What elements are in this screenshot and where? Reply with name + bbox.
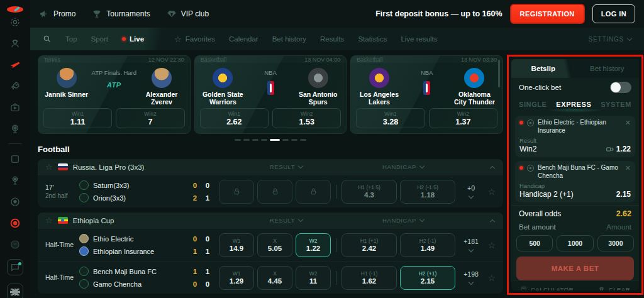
odds-cell-w2-selected[interactable]: W2 1.22 (296, 233, 331, 257)
odds-cell-h1[interactable]: H1 (+1.5) 4.3 (341, 180, 397, 204)
language-selector[interactable] (7, 284, 23, 298)
football-icon[interactable] (9, 195, 22, 208)
make-a-bet-button[interactable]: MAKE A BET (516, 257, 634, 280)
carousel-dot[interactable] (261, 139, 267, 141)
quick-amount-500[interactable]: 500 (516, 235, 553, 251)
bet-type-express[interactable]: EXPRESS (556, 101, 591, 108)
tab-live-results[interactable]: Live results (401, 35, 437, 43)
odds-button-win2[interactable]: Win2 7 (116, 108, 184, 128)
odds-button-win1[interactable]: Win1 1.11 (43, 108, 112, 128)
menu-promo[interactable]: Promo (39, 9, 75, 19)
remove-bet-button[interactable]: ✕ (625, 119, 631, 127)
registration-button[interactable]: REGISTRATION (510, 4, 585, 24)
match-card-basketball-1[interactable]: Basketball 13 NOV 04:00 Golden State War… (194, 55, 347, 134)
tab-bet-history[interactable]: Bet history (272, 35, 306, 43)
calculator-button[interactable]: CALCULATOR (520, 286, 574, 290)
live-dealer-icon[interactable] (9, 36, 22, 50)
clear-button[interactable]: CLEAR (598, 286, 630, 290)
match-favorite-star[interactable]: ☆ (482, 273, 496, 283)
tv-games-icon[interactable] (9, 101, 22, 114)
market-select-handicap[interactable]: HANDICAP (362, 217, 444, 224)
league-favorite-star[interactable]: ☆ (45, 216, 53, 225)
odds-cell-h1[interactable]: H1 (-1) 1.62 (341, 266, 397, 290)
match-favorite-star[interactable]: ☆ (482, 187, 496, 197)
match-favorite-star[interactable]: ☆ (482, 240, 496, 250)
odds-cell-w1[interactable]: W1 1.29 (219, 266, 254, 290)
away-team-name: Alexander Zverev (138, 91, 184, 106)
chevron-down-icon (419, 163, 425, 168)
more-markets-button[interactable]: +181 (460, 238, 482, 253)
one-click-bet-toggle[interactable] (610, 82, 631, 93)
scrollbar-thumb[interactable] (498, 60, 500, 87)
team-badge (79, 193, 89, 202)
more-markets-button[interactable]: +0 (460, 184, 482, 199)
support-chat-icon[interactable] (7, 259, 23, 275)
carousel-dot[interactable] (235, 139, 241, 141)
league-collapse-button[interactable] (491, 215, 494, 226)
odds-cell-x[interactable]: X 4.45 (257, 266, 292, 290)
tab-favorites[interactable]: ☆ Favorites (174, 35, 215, 44)
carousel-dot[interactable] (282, 139, 289, 141)
match-row[interactable]: 17' 2nd half Saturn(3x3) Orion(3x3) 00 2… (38, 175, 503, 207)
tab-statistics[interactable]: Statistics (358, 35, 387, 43)
team-badge (79, 180, 89, 190)
odds-button-win2[interactable]: Win2 1.37 (429, 108, 497, 128)
tab-sport[interactable]: Sport (91, 35, 109, 43)
odds-cell-x[interactable]: X 5.05 (257, 233, 292, 257)
tab-live[interactable]: Live (122, 35, 144, 43)
league-favorite-star[interactable]: ☆ (45, 162, 53, 172)
menu-vip-club[interactable]: VIP club (167, 9, 209, 19)
settings-button[interactable]: SETTINGS (589, 36, 631, 43)
carousel-dot[interactable] (300, 139, 306, 141)
match-card-tennis[interactable]: Tennis 12 NOV 22:30 Jannik Sinner ATP Fi… (38, 55, 191, 134)
carousel-dot[interactable] (243, 139, 250, 141)
card-sport-label: Basketball (357, 57, 383, 63)
odds-cell-h1[interactable]: H1 (+1) 2.42 (341, 233, 397, 257)
remove-bet-button[interactable]: ✕ (625, 164, 631, 172)
league-header: ☆ Ethiopia Cup RESULT HANDICAP (38, 212, 503, 228)
live-bets-icon[interactable] (9, 216, 22, 229)
tab-results[interactable]: Results (320, 35, 344, 43)
bet-type-system[interactable]: SYSTEM (601, 101, 631, 108)
casino-icon[interactable] (9, 15, 22, 28)
market-select-result[interactable]: RESULT (245, 217, 327, 224)
bet-amount-input[interactable] (581, 223, 631, 231)
odds-cell-h2-selected[interactable]: H2 (+1) 2.15 (400, 266, 455, 290)
odds-cell-w2[interactable]: W2 11 (296, 266, 331, 290)
match-card-basketball-2[interactable]: Basketball 13 NOV 03:30 Los Angeles Lake… (350, 55, 503, 134)
more-markets-button[interactable]: +198 (460, 270, 482, 285)
aviator-icon[interactable] (9, 58, 22, 71)
market-select-result[interactable]: RESULT (245, 163, 327, 170)
cells-divider (336, 238, 336, 252)
search-icon[interactable] (43, 35, 52, 43)
bet-type-single[interactable]: SINGLE (519, 101, 547, 108)
carousel-dot-active[interactable] (270, 139, 280, 141)
tab-betslip[interactable]: Betslip (511, 59, 575, 78)
odds-button-win2[interactable]: Win2 1.53 (272, 108, 341, 128)
tab-calendar[interactable]: Calendar (229, 35, 258, 43)
wheel-of-fortune-icon[interactable] (9, 122, 22, 135)
virtual-sports-icon[interactable] (9, 174, 22, 187)
tab-live-label: Live (130, 35, 144, 43)
quick-amount-3000[interactable]: 3000 (597, 235, 634, 251)
carousel-dot[interactable] (291, 139, 297, 141)
odds-cell-w1[interactable]: W1 14.9 (219, 233, 254, 257)
market-select-handicap[interactable]: HANDICAP (362, 163, 444, 170)
match-row[interactable]: Half-Time Bench Maji Buna FC Gamo Chench… (38, 261, 503, 294)
tab-bet-history[interactable]: Bet history (575, 59, 640, 78)
match-row[interactable]: Half-Time Ethio Electric Ethiopian Insur… (38, 228, 503, 261)
login-button[interactable]: LOG IN (592, 4, 635, 23)
odds-button-win1[interactable]: Win1 3.28 (356, 108, 425, 128)
esports-icon[interactable] (9, 238, 22, 251)
league-collapse-button[interactable] (491, 162, 494, 173)
menu-tournaments[interactable]: Tournaments (92, 9, 150, 19)
slots-icon[interactable] (9, 152, 22, 165)
odds-cell-h2[interactable]: H2 (-1) 1.49 (400, 233, 455, 257)
odds-cell-h2[interactable]: H2 (-1.5) 1.18 (400, 180, 455, 204)
rocket-games-icon[interactable] (9, 79, 22, 92)
tab-top[interactable]: Top (65, 35, 77, 43)
carousel-dot[interactable] (252, 139, 258, 141)
chevron-down-icon (469, 279, 474, 284)
quick-amount-1000[interactable]: 1000 (557, 235, 593, 251)
odds-button-win1[interactable]: Win1 2.62 (200, 108, 269, 128)
